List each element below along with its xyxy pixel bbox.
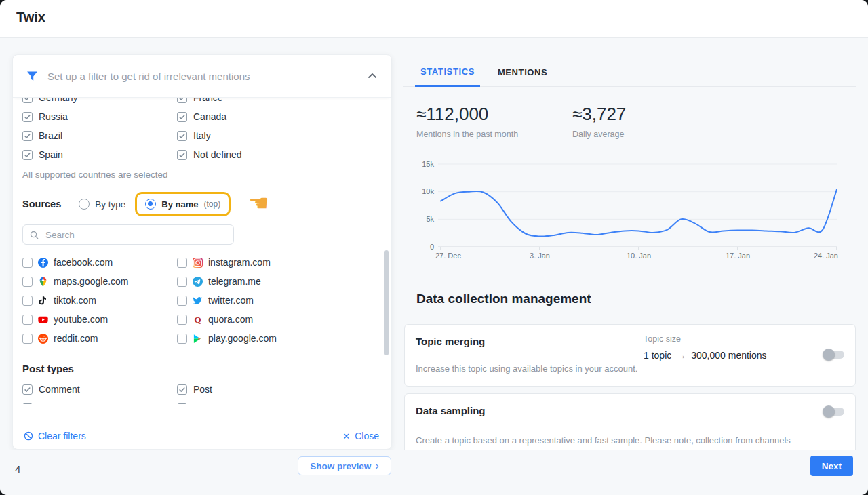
x-icon: ✕ xyxy=(342,431,350,441)
site-item[interactable]: maps.google.com xyxy=(22,272,177,291)
stat-mentions: ≈112,000 Mentions in the past month xyxy=(416,104,572,139)
checkbox-checked[interactable] xyxy=(177,131,187,141)
country-item[interactable]: Canada xyxy=(177,107,226,126)
check-icon xyxy=(178,98,186,102)
checkbox-unchecked[interactable] xyxy=(177,277,187,287)
checkbox-checked[interactable] xyxy=(22,112,33,122)
page-title: Twix xyxy=(16,9,45,25)
country-label: Spain xyxy=(39,149,63,160)
checkbox-unchecked[interactable] xyxy=(177,296,187,306)
svg-text:3. Jan: 3. Jan xyxy=(530,252,550,260)
radio-unselected-icon[interactable] xyxy=(79,199,90,210)
checkbox-checked[interactable] xyxy=(22,403,33,405)
radio-by-type[interactable]: By type xyxy=(79,199,125,210)
checkbox-checked[interactable] xyxy=(22,150,33,160)
checkbox-unchecked[interactable] xyxy=(177,334,187,344)
post-type-item[interactable]: Comment xyxy=(22,380,177,399)
country-item[interactable]: Brazil xyxy=(22,126,177,145)
country-item[interactable]: Not defined xyxy=(177,145,242,164)
checkbox-checked[interactable] xyxy=(177,150,187,160)
quora-icon: Q xyxy=(193,315,203,325)
checkbox-checked[interactable] xyxy=(22,384,33,395)
filter-panel-footer: Clear filters ✕ Close xyxy=(24,431,379,441)
topic-size-block: Topic size 1 topic → 300,000 mentions xyxy=(644,334,772,361)
data-sampling-toggle[interactable] xyxy=(824,408,844,416)
twitter-icon xyxy=(193,296,203,306)
check-icon xyxy=(24,151,31,159)
post-type-label: Comment xyxy=(39,384,80,395)
show-preview-label: Show preview xyxy=(310,461,371,471)
checkbox-unchecked[interactable] xyxy=(177,258,187,268)
svg-text:10. Jan: 10. Jan xyxy=(627,252,651,260)
site-label: twitter.com xyxy=(208,295,254,306)
tab-mentions[interactable]: MENTIONS xyxy=(492,67,553,86)
telegram-icon xyxy=(193,277,203,287)
checkbox-unchecked[interactable] xyxy=(22,334,33,344)
country-item[interactable]: Russia xyxy=(22,107,177,126)
site-item[interactable]: play.google.com xyxy=(177,329,277,348)
show-preview-button[interactable]: Show preview › xyxy=(298,456,391,475)
check-icon xyxy=(178,113,186,121)
svg-text:0: 0 xyxy=(430,243,434,251)
checkbox-checked[interactable] xyxy=(22,131,33,141)
country-item[interactable]: Spain xyxy=(22,145,177,164)
search-input[interactable] xyxy=(44,229,233,241)
toggle-knob xyxy=(823,405,835,418)
arrow-right-icon: → xyxy=(676,349,686,361)
next-button[interactable]: Next xyxy=(810,456,853,476)
bottom-bar xyxy=(0,450,868,495)
svg-text:5k: 5k xyxy=(426,215,434,223)
site-item[interactable]: telegram.me xyxy=(177,272,261,291)
post-type-item[interactable]: Repost xyxy=(22,399,177,404)
post-type-item[interactable]: Extended repost xyxy=(177,399,262,404)
close-button[interactable]: ✕ Close xyxy=(342,431,379,441)
checkbox-checked[interactable] xyxy=(177,112,187,122)
checkbox-unchecked[interactable] xyxy=(22,258,33,268)
toggle-knob xyxy=(823,349,835,361)
check-icon xyxy=(24,132,31,140)
site-item[interactable]: instagram.com xyxy=(177,253,271,272)
countries-row: Russia Canada xyxy=(13,107,391,126)
checkbox-unchecked[interactable] xyxy=(177,315,187,325)
site-item[interactable]: reddit.com xyxy=(22,329,177,348)
data-collection-title: Data collection management xyxy=(416,292,591,306)
stat-daily-average-value: ≈3,727 xyxy=(572,104,728,125)
no-symbol-icon xyxy=(24,431,33,441)
site-item[interactable]: twitter.com xyxy=(177,291,254,310)
google-maps-icon xyxy=(38,277,48,287)
scrollbar-thumb[interactable] xyxy=(384,250,389,355)
checkbox-unchecked[interactable] xyxy=(22,296,33,306)
filter-panel-header: Set up a filter to get rid of irrelevant… xyxy=(13,55,391,98)
sources-search[interactable] xyxy=(22,224,234,245)
checkbox-checked[interactable] xyxy=(177,403,187,405)
checkbox-unchecked[interactable] xyxy=(22,277,33,287)
site-label: youtube.com xyxy=(54,314,108,325)
chevron-up-icon[interactable] xyxy=(367,71,378,81)
country-label: Russia xyxy=(39,111,68,122)
clear-filters-button[interactable]: Clear filters xyxy=(24,431,86,441)
post-type-item[interactable]: Post xyxy=(177,380,212,399)
country-item[interactable]: Germany xyxy=(22,98,177,107)
topic-merging-toggle[interactable] xyxy=(824,351,844,359)
radio-selected-icon[interactable] xyxy=(145,199,156,210)
site-item[interactable]: tiktok.com xyxy=(22,291,177,310)
site-item[interactable]: facebook.com xyxy=(22,253,177,272)
topic-size-value: 1 topic → 300,000 mentions xyxy=(644,349,772,361)
site-label: tiktok.com xyxy=(54,295,96,306)
country-item[interactable]: France xyxy=(177,98,223,107)
tiktok-icon xyxy=(38,296,48,306)
site-label: play.google.com xyxy=(208,333,277,344)
page-indicator: 4 xyxy=(15,463,20,475)
site-item[interactable]: youtube.com xyxy=(22,310,177,329)
checkbox-checked[interactable] xyxy=(22,98,33,103)
tab-statistics[interactable]: STATISTICS xyxy=(415,66,480,87)
country-item[interactable]: Italy xyxy=(177,126,211,145)
google-play-icon xyxy=(193,334,203,344)
checkbox-unchecked[interactable] xyxy=(22,315,33,325)
site-item[interactable]: Q quora.com xyxy=(177,310,253,329)
topic-size-label: Topic size xyxy=(644,334,772,344)
checkbox-checked[interactable] xyxy=(177,384,187,395)
countries-row: Spain Not defined xyxy=(13,145,391,164)
checkbox-checked[interactable] xyxy=(177,98,187,103)
sources-label: Sources xyxy=(22,199,61,210)
